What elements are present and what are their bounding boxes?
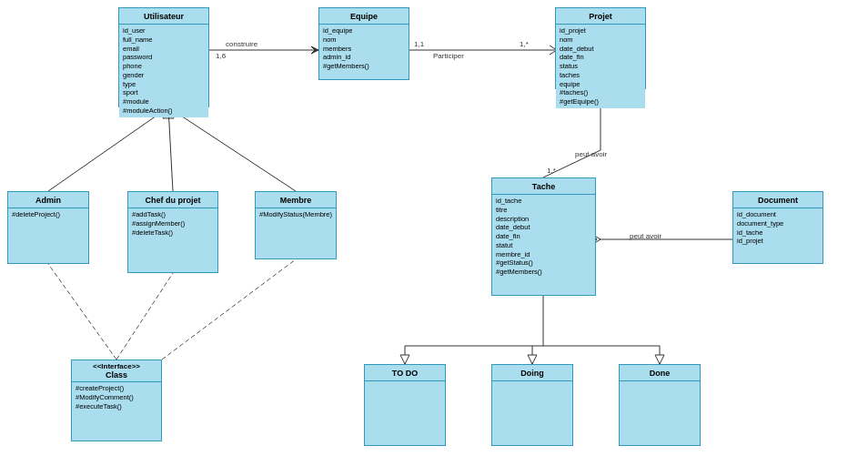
class-equipe[interactable]: Equipe id_equipenommembersadmin_id#getMe…: [318, 7, 409, 80]
label-mult11: 1,1: [414, 40, 424, 48]
svg-line-25: [48, 264, 116, 360]
class-projet-body: id_projetnomdate_debutdate_finstatustach…: [556, 25, 645, 108]
label-construire: construire: [226, 40, 257, 48]
class-chef-projet-title: Chef du projet: [146, 196, 201, 205]
class-document-header: Document: [733, 192, 823, 208]
svg-marker-19: [400, 355, 409, 364]
svg-line-12: [168, 107, 173, 191]
class-membre-body: #ModifyStatus(Membre): [256, 208, 336, 258]
class-todo-title: TO DO: [392, 369, 418, 378]
svg-line-8: [48, 107, 168, 191]
class-membre-header: Membre: [256, 192, 336, 208]
class-done-header: Done: [620, 365, 700, 381]
class-doing-title: Doing: [520, 369, 544, 378]
class-todo-body: [365, 381, 445, 445]
class-todo[interactable]: TO DO: [364, 364, 446, 446]
class-equipe-header: Equipe: [319, 8, 409, 25]
svg-marker-21: [528, 355, 537, 364]
label-peut-avoir2: peut avoir: [630, 232, 661, 240]
svg-line-13: [168, 107, 296, 191]
class-chef-projet[interactable]: Chef du projet #addTask()#assignMember()…: [127, 191, 218, 273]
class-tache-header: Tache: [492, 178, 595, 195]
class-doing-header: Doing: [492, 365, 572, 381]
class-interface[interactable]: <<Interface>> Class #createProject()#Mod…: [71, 360, 162, 441]
class-doing[interactable]: Doing: [491, 364, 573, 446]
class-interface-body: #createProject()#ModifyComment()#execute…: [72, 382, 161, 441]
label-mult16: 1,6: [216, 52, 226, 60]
class-utilisateur[interactable]: Utilisateur id_userfull_nameemailpasswor…: [118, 7, 209, 107]
label-mult1star2: 1,*: [547, 167, 556, 175]
class-done[interactable]: Done: [619, 364, 701, 446]
class-utilisateur-title: Utilisateur: [144, 12, 184, 21]
class-admin-title: Admin: [35, 196, 61, 205]
class-interface-title: Class: [106, 370, 127, 380]
class-tache[interactable]: Tache id_tachetitredescriptiondate_debut…: [491, 177, 596, 296]
class-projet-title: Projet: [589, 12, 612, 21]
svg-line-26: [162, 259, 296, 360]
class-projet-header: Projet: [556, 8, 645, 25]
class-document-body: id_documentdocument_typeid_tacheid_proje…: [733, 208, 823, 263]
diagram-canvas: construire 1,6 1,1 Participer 1,* peut a…: [0, 0, 868, 476]
class-utilisateur-body: id_userfull_nameemailpasswordphonegender…: [119, 25, 208, 117]
class-membre[interactable]: Membre #ModifyStatus(Membre): [255, 191, 337, 259]
svg-marker-1: [311, 46, 318, 54]
class-todo-header: TO DO: [365, 365, 445, 381]
class-tache-body: id_tachetitredescriptiondate_debutdate_f…: [492, 195, 595, 295]
label-mult1star: 1,*: [520, 40, 529, 48]
class-document[interactable]: Document id_documentdocument_typeid_tach…: [732, 191, 823, 264]
class-doing-body: [492, 381, 572, 445]
class-admin-header: Admin: [8, 192, 88, 208]
class-admin[interactable]: Admin #deleteProject(): [7, 191, 89, 264]
label-participer: Participer: [433, 52, 464, 60]
class-tache-title: Tache: [532, 182, 555, 191]
class-admin-body: #deleteProject(): [8, 208, 88, 263]
class-equipe-title: Equipe: [350, 12, 378, 21]
class-interface-stereotype: <<Interface>>: [93, 362, 140, 370]
class-membre-title: Membre: [280, 196, 312, 205]
svg-line-24: [116, 273, 173, 360]
class-equipe-body: id_equipenommembersadmin_id#getMembers(): [319, 25, 409, 79]
class-utilisateur-header: Utilisateur: [119, 8, 208, 25]
class-document-title: Document: [758, 196, 798, 205]
class-projet[interactable]: Projet id_projetnomdate_debutdate_finsta…: [555, 7, 646, 89]
class-chef-projet-body: #addTask()#assignMember()#deleteTask(): [128, 208, 217, 272]
class-interface-header: <<Interface>> Class: [72, 360, 161, 382]
class-done-body: [620, 381, 700, 445]
class-done-title: Done: [650, 369, 671, 378]
label-peut-avoir1: peut avoir: [575, 150, 607, 158]
svg-marker-23: [655, 355, 664, 364]
class-chef-projet-header: Chef du projet: [128, 192, 217, 208]
